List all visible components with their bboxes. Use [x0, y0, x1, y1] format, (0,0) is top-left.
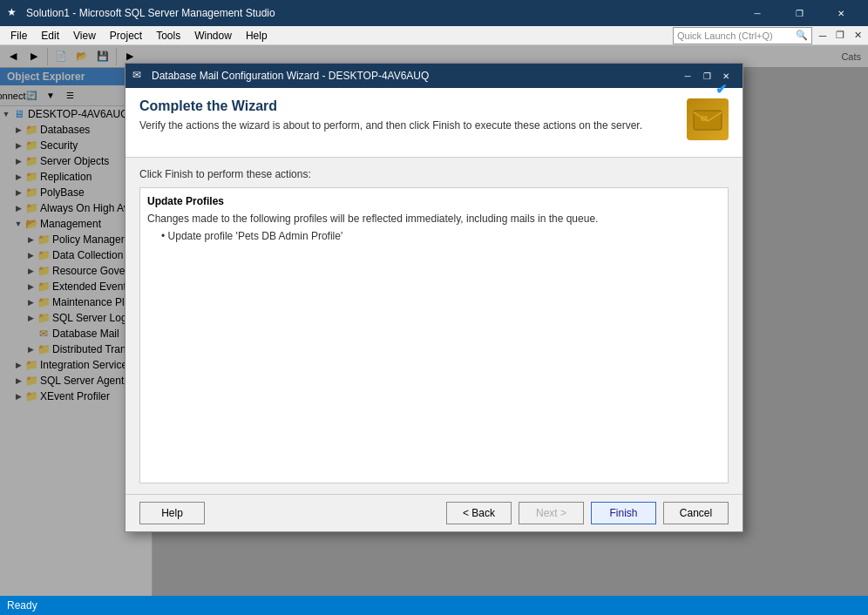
action-prompt: Click Finish to perform these actions:	[139, 168, 729, 180]
dialog-header: Complete the Wizard Verify the actions t…	[125, 88, 743, 158]
dialog-titlebar: ✉ Database Mail Configuration Wizard - D…	[125, 64, 743, 88]
dialog-minimize-btn[interactable]: ─	[678, 66, 697, 85]
menu-bar: File Edit View Project Tools Window Help…	[0, 26, 868, 45]
db-mail-large-icon	[687, 98, 729, 140]
search-icon: 🔍	[796, 30, 808, 41]
dialog-mail-icon: ✉	[132, 69, 146, 83]
status-text: Ready	[7, 599, 37, 612]
menu-help[interactable]: Help	[239, 28, 275, 44]
app-minimize-btn[interactable]: ─	[816, 29, 830, 43]
dialog-header-text: Complete the Wizard Verify the actions t…	[139, 98, 673, 132]
quick-launch-label: Quick Launch (Ctrl+Q)	[677, 30, 773, 41]
menu-tools[interactable]: Tools	[149, 28, 187, 44]
dialog-database-mail-wizard: ✉ Database Mail Configuration Wizard - D…	[125, 63, 743, 532]
finish-button[interactable]: Finish	[591, 502, 656, 524]
restore-button[interactable]: ❐	[779, 0, 819, 26]
minimize-button[interactable]: ─	[737, 0, 777, 26]
menu-view[interactable]: View	[66, 28, 103, 44]
action-box-title: Update Profiles	[147, 195, 721, 207]
app-title: Solution1 - Microsoft SQL Server Managem…	[26, 7, 737, 19]
dialog-heading: Complete the Wizard	[139, 98, 673, 114]
quick-launch-input[interactable]: Quick Launch (Ctrl+Q) 🔍	[673, 27, 812, 44]
next-button[interactable]: Next >	[519, 502, 584, 524]
menu-project[interactable]: Project	[103, 28, 149, 44]
dialog-footer: Help < Back Next > Finish Cancel	[125, 494, 743, 531]
dialog-subtitle: Verify the actions the wizard is about t…	[139, 119, 673, 132]
dialog-body: Click Finish to perform these actions: U…	[125, 158, 743, 494]
modal-overlay: ✉ Database Mail Configuration Wizard - D…	[0, 45, 868, 596]
cancel-button[interactable]: Cancel	[663, 502, 729, 524]
close-button[interactable]: ✕	[821, 0, 861, 26]
help-button[interactable]: Help	[139, 502, 205, 524]
menu-window[interactable]: Window	[187, 28, 239, 44]
footer-left: Help	[139, 502, 205, 524]
dialog-restore-btn[interactable]: ❐	[697, 66, 716, 85]
status-bar: Ready	[0, 596, 868, 615]
back-button[interactable]: < Back	[446, 502, 512, 524]
action-desc: Changes made to the following profiles w…	[147, 213, 721, 225]
menu-edit[interactable]: Edit	[34, 28, 66, 44]
dialog-header-img: ✔	[687, 98, 729, 140]
bullet-icon: •	[161, 230, 168, 242]
app-restore-btn[interactable]: ❐	[833, 29, 847, 43]
app-close-btn[interactable]: ✕	[851, 29, 865, 43]
menu-file[interactable]: File	[3, 28, 34, 44]
action-item: • Update profile 'Pets DB Admin Profile'	[161, 230, 721, 242]
footer-right: < Back Next > Finish Cancel	[446, 502, 729, 524]
window-controls: ─ ❐ ✕	[737, 0, 861, 26]
app-titlebar: ★ Solution1 - Microsoft SQL Server Manag…	[0, 0, 868, 26]
action-box: Update Profiles Changes made to the foll…	[139, 187, 729, 483]
svg-rect-1	[701, 116, 708, 121]
checkmark-icon: ✔	[715, 81, 727, 98]
dialog-title: Database Mail Configuration Wizard - DES…	[152, 70, 678, 82]
app-icon: ★	[7, 6, 21, 20]
